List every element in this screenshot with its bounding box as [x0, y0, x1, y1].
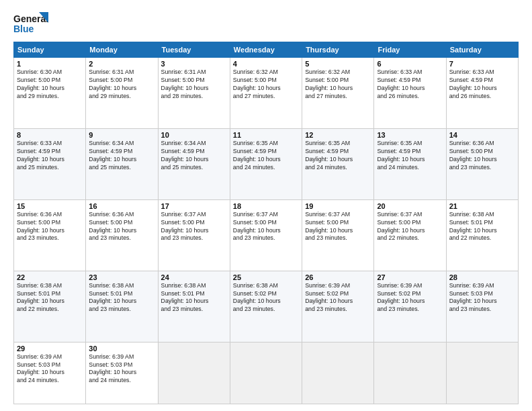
- calendar-cell: 22Sunrise: 6:38 AM Sunset: 5:01 PM Dayli…: [14, 271, 86, 342]
- calendar-cell: [446, 342, 518, 404]
- day-info: Sunrise: 6:36 AM Sunset: 5:00 PM Dayligh…: [17, 211, 83, 243]
- col-header-friday: Friday: [374, 42, 446, 58]
- day-number: 7: [449, 60, 515, 68]
- day-info: Sunrise: 6:34 AM Sunset: 4:59 PM Dayligh…: [161, 140, 227, 172]
- calendar-table: SundayMondayTuesdayWednesdayThursdayFrid…: [13, 42, 519, 404]
- calendar-week-3: 15Sunrise: 6:36 AM Sunset: 5:00 PM Dayli…: [14, 199, 519, 271]
- calendar-week-1: 1Sunrise: 6:30 AM Sunset: 5:00 PM Daylig…: [14, 58, 519, 129]
- day-number: 1: [17, 60, 83, 68]
- day-number: 23: [89, 273, 154, 281]
- day-info: Sunrise: 6:31 AM Sunset: 5:00 PM Dayligh…: [89, 68, 154, 101]
- day-number: 20: [377, 202, 443, 210]
- day-info: Sunrise: 6:32 AM Sunset: 5:00 PM Dayligh…: [305, 68, 371, 101]
- day-info: Sunrise: 6:39 AM Sunset: 5:02 PM Dayligh…: [305, 282, 371, 314]
- calendar-cell: [158, 342, 230, 404]
- day-info: Sunrise: 6:37 AM Sunset: 5:00 PM Dayligh…: [377, 211, 443, 243]
- day-info: Sunrise: 6:35 AM Sunset: 4:59 PM Dayligh…: [305, 140, 371, 172]
- calendar-cell: 11Sunrise: 6:35 AM Sunset: 4:59 PM Dayli…: [230, 128, 302, 199]
- calendar-cell: 21Sunrise: 6:38 AM Sunset: 5:01 PM Dayli…: [446, 199, 518, 271]
- day-number: 9: [89, 131, 154, 139]
- day-info: Sunrise: 6:36 AM Sunset: 5:00 PM Dayligh…: [89, 211, 154, 243]
- calendar-week-2: 8Sunrise: 6:33 AM Sunset: 4:59 PM Daylig…: [14, 128, 519, 199]
- day-info: Sunrise: 6:39 AM Sunset: 5:02 PM Dayligh…: [377, 282, 443, 314]
- day-number: 4: [233, 60, 299, 68]
- calendar-page: GeneralBlue SundayMondayTuesdayWednesday…: [0, 0, 532, 411]
- calendar-cell: [302, 342, 374, 404]
- day-info: Sunrise: 6:33 AM Sunset: 4:59 PM Dayligh…: [449, 68, 515, 101]
- day-number: 6: [377, 60, 443, 68]
- col-header-saturday: Saturday: [446, 42, 518, 58]
- calendar-cell: 16Sunrise: 6:36 AM Sunset: 5:00 PM Dayli…: [86, 199, 158, 271]
- calendar-cell: 5Sunrise: 6:32 AM Sunset: 5:00 PM Daylig…: [302, 58, 374, 129]
- calendar-cell: 28Sunrise: 6:39 AM Sunset: 5:03 PM Dayli…: [446, 271, 518, 342]
- calendar-cell: 27Sunrise: 6:39 AM Sunset: 5:02 PM Dayli…: [374, 271, 446, 342]
- day-number: 5: [305, 60, 371, 68]
- day-info: Sunrise: 6:33 AM Sunset: 4:59 PM Dayligh…: [377, 68, 443, 101]
- calendar-cell: 23Sunrise: 6:38 AM Sunset: 5:01 PM Dayli…: [86, 271, 158, 342]
- day-number: 27: [377, 273, 443, 281]
- calendar-cell: 26Sunrise: 6:39 AM Sunset: 5:02 PM Dayli…: [302, 271, 374, 342]
- day-number: 3: [161, 60, 227, 68]
- calendar-cell: 13Sunrise: 6:35 AM Sunset: 4:59 PM Dayli…: [374, 128, 446, 199]
- day-number: 15: [17, 202, 83, 210]
- day-number: 22: [17, 273, 83, 281]
- svg-text:Blue: Blue: [13, 24, 34, 34]
- day-info: Sunrise: 6:38 AM Sunset: 5:01 PM Dayligh…: [89, 282, 154, 314]
- day-info: Sunrise: 6:37 AM Sunset: 5:00 PM Dayligh…: [233, 211, 299, 243]
- day-number: 18: [233, 202, 299, 210]
- calendar-cell: [374, 342, 446, 404]
- day-info: Sunrise: 6:32 AM Sunset: 5:00 PM Dayligh…: [233, 68, 299, 101]
- calendar-cell: 14Sunrise: 6:36 AM Sunset: 5:00 PM Dayli…: [446, 128, 518, 199]
- day-number: 16: [89, 202, 154, 210]
- day-info: Sunrise: 6:38 AM Sunset: 5:02 PM Dayligh…: [233, 282, 299, 314]
- day-number: 13: [377, 131, 443, 139]
- calendar-header-row: SundayMondayTuesdayWednesdayThursdayFrid…: [14, 42, 519, 58]
- calendar-cell: 6Sunrise: 6:33 AM Sunset: 4:59 PM Daylig…: [374, 58, 446, 129]
- calendar-week-4: 22Sunrise: 6:38 AM Sunset: 5:01 PM Dayli…: [14, 271, 519, 342]
- calendar-cell: 4Sunrise: 6:32 AM Sunset: 5:00 PM Daylig…: [230, 58, 302, 129]
- calendar-cell: [230, 342, 302, 404]
- day-info: Sunrise: 6:33 AM Sunset: 4:59 PM Dayligh…: [17, 140, 83, 172]
- calendar-cell: 8Sunrise: 6:33 AM Sunset: 4:59 PM Daylig…: [14, 128, 86, 199]
- calendar-cell: 25Sunrise: 6:38 AM Sunset: 5:02 PM Dayli…: [230, 271, 302, 342]
- calendar-cell: 30Sunrise: 6:39 AM Sunset: 5:03 PM Dayli…: [86, 342, 158, 404]
- day-number: 26: [305, 273, 371, 281]
- day-info: Sunrise: 6:38 AM Sunset: 5:01 PM Dayligh…: [449, 211, 515, 243]
- calendar-cell: 3Sunrise: 6:31 AM Sunset: 5:00 PM Daylig…: [158, 58, 230, 129]
- day-number: 12: [305, 131, 371, 139]
- calendar-cell: 19Sunrise: 6:37 AM Sunset: 5:00 PM Dayli…: [302, 199, 374, 271]
- day-number: 11: [233, 131, 299, 139]
- col-header-monday: Monday: [86, 42, 158, 58]
- day-number: 30: [89, 345, 154, 353]
- day-info: Sunrise: 6:39 AM Sunset: 5:03 PM Dayligh…: [17, 353, 83, 385]
- calendar-cell: 7Sunrise: 6:33 AM Sunset: 4:59 PM Daylig…: [446, 58, 518, 129]
- day-number: 14: [449, 131, 515, 139]
- calendar-cell: 24Sunrise: 6:38 AM Sunset: 5:01 PM Dayli…: [158, 271, 230, 342]
- calendar-cell: 15Sunrise: 6:36 AM Sunset: 5:00 PM Dayli…: [14, 199, 86, 271]
- day-info: Sunrise: 6:35 AM Sunset: 4:59 PM Dayligh…: [377, 140, 443, 172]
- day-number: 17: [161, 202, 227, 210]
- col-header-thursday: Thursday: [302, 42, 374, 58]
- day-info: Sunrise: 6:30 AM Sunset: 5:00 PM Dayligh…: [17, 68, 83, 101]
- calendar-week-5: 29Sunrise: 6:39 AM Sunset: 5:03 PM Dayli…: [14, 342, 519, 404]
- day-info: Sunrise: 6:35 AM Sunset: 4:59 PM Dayligh…: [233, 140, 299, 172]
- day-info: Sunrise: 6:37 AM Sunset: 5:00 PM Dayligh…: [305, 211, 371, 243]
- col-header-sunday: Sunday: [14, 42, 86, 58]
- calendar-cell: 1Sunrise: 6:30 AM Sunset: 5:00 PM Daylig…: [14, 58, 86, 129]
- calendar-cell: 12Sunrise: 6:35 AM Sunset: 4:59 PM Dayli…: [302, 128, 374, 199]
- day-info: Sunrise: 6:39 AM Sunset: 5:03 PM Dayligh…: [449, 282, 515, 314]
- calendar-cell: 9Sunrise: 6:34 AM Sunset: 4:59 PM Daylig…: [86, 128, 158, 199]
- calendar-cell: 10Sunrise: 6:34 AM Sunset: 4:59 PM Dayli…: [158, 128, 230, 199]
- calendar-cell: 2Sunrise: 6:31 AM Sunset: 5:00 PM Daylig…: [86, 58, 158, 129]
- day-info: Sunrise: 6:38 AM Sunset: 5:01 PM Dayligh…: [17, 282, 83, 314]
- logo-svg: GeneralBlue: [13, 12, 50, 38]
- logo: GeneralBlue: [13, 12, 50, 38]
- day-number: 2: [89, 60, 154, 68]
- day-number: 29: [17, 345, 83, 353]
- calendar-cell: 18Sunrise: 6:37 AM Sunset: 5:00 PM Dayli…: [230, 199, 302, 271]
- header: GeneralBlue: [13, 12, 519, 38]
- day-number: 28: [449, 273, 515, 281]
- day-info: Sunrise: 6:31 AM Sunset: 5:00 PM Dayligh…: [161, 68, 227, 101]
- col-header-tuesday: Tuesday: [158, 42, 230, 58]
- col-header-wednesday: Wednesday: [230, 42, 302, 58]
